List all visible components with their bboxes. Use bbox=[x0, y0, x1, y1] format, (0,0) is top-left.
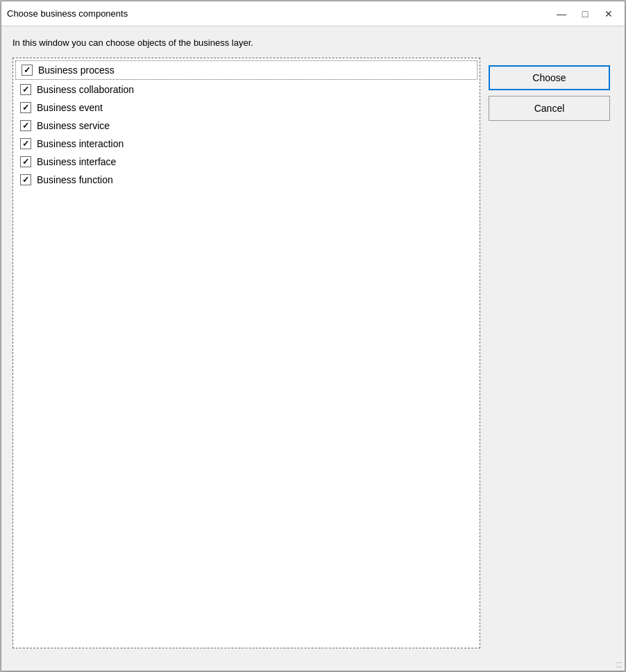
checkbox-3[interactable] bbox=[20, 120, 31, 131]
checkbox-5[interactable] bbox=[20, 156, 31, 167]
checkbox-1[interactable] bbox=[20, 84, 31, 95]
title-bar-controls: — □ ✕ bbox=[551, 6, 619, 22]
dialog-window: Choose business components — □ ✕ In this… bbox=[1, 1, 625, 671]
item-label-4: Business interaction bbox=[37, 138, 124, 149]
item-label-3: Business service bbox=[37, 120, 110, 131]
item-label-1: Business collaboration bbox=[37, 84, 134, 95]
left-panel: In this window you can choose objects of… bbox=[12, 37, 480, 648]
checkbox-2[interactable] bbox=[20, 102, 31, 113]
item-label-0: Business process bbox=[38, 65, 115, 76]
title-bar: Choose business components — □ ✕ bbox=[1, 1, 625, 26]
right-panel: Choose Cancel bbox=[489, 37, 614, 648]
dialog-content: In this window you can choose objects of… bbox=[1, 26, 625, 660]
list-item[interactable]: Business process bbox=[15, 60, 477, 80]
close-button[interactable]: ✕ bbox=[598, 6, 619, 22]
item-label-6: Business function bbox=[37, 174, 113, 185]
list-item[interactable]: Business event bbox=[15, 99, 478, 117]
checkbox-6[interactable] bbox=[20, 174, 31, 185]
items-list[interactable]: Business processBusiness collaborationBu… bbox=[12, 58, 480, 648]
bottom-bar: ······ bbox=[1, 660, 625, 671]
list-item[interactable]: Business collaboration bbox=[15, 81, 478, 99]
list-item[interactable]: Business service bbox=[15, 117, 478, 135]
item-label-2: Business event bbox=[37, 102, 103, 113]
list-item[interactable]: Business function bbox=[15, 171, 478, 189]
window-title: Choose business components bbox=[7, 8, 128, 19]
checkbox-4[interactable] bbox=[20, 138, 31, 149]
resize-handle[interactable]: ······ bbox=[616, 661, 622, 669]
list-item[interactable]: Business interaction bbox=[15, 135, 478, 153]
choose-button[interactable]: Choose bbox=[489, 65, 610, 90]
maximize-button[interactable]: □ bbox=[575, 6, 595, 22]
checkbox-0[interactable] bbox=[22, 65, 33, 76]
description-text: In this window you can choose objects of… bbox=[12, 37, 480, 48]
minimize-button[interactable]: — bbox=[551, 6, 572, 22]
cancel-button[interactable]: Cancel bbox=[489, 96, 610, 121]
list-item[interactable]: Business interface bbox=[15, 153, 478, 171]
item-label-5: Business interface bbox=[37, 156, 116, 167]
